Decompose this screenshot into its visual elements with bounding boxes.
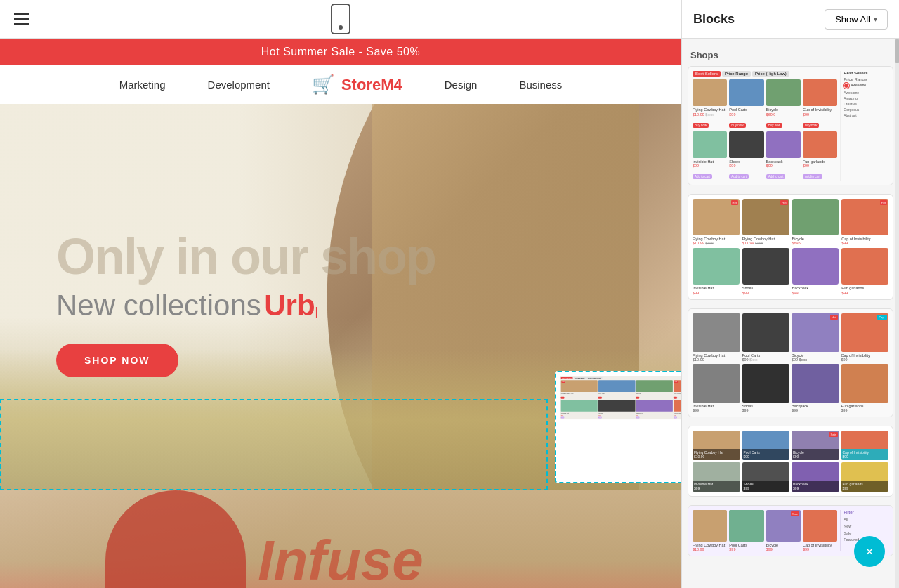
scrollbar-track[interactable] [895,39,899,588]
main-area: Hot Summer Sale - Save 50% Marketing Dev… [0,0,681,588]
announcement-bar: Hot Summer Sale - Save 50% [0,39,681,65]
nav-logo[interactable]: 🛒 StoreM4 [312,74,402,96]
hero-content: Only in our shop New collections Urb| SH… [0,217,435,377]
right-panel: Blocks Show All ▾ Shops Best Sellers Pri… [681,0,899,588]
show-all-button[interactable]: Show All ▾ [825,9,888,30]
hamburger-menu[interactable] [14,13,29,25]
hero-cursor: | [315,306,318,318]
dashed-selection [0,399,548,490]
toolbar [0,0,681,39]
section-shops-label: Shops [690,50,891,60]
site-nav: Marketing Development 🛒 StoreM4 Design B… [0,65,681,104]
block-card-1[interactable]: Best Sellers Price Range Price (High-Low… [688,66,893,185]
hero-subtitle-line: New collections Urb| [56,289,435,322]
nav-design[interactable]: Design [445,79,478,91]
nav-marketing[interactable]: Marketing [119,79,166,91]
hero-section: Only in our shop New collections Urb| SH… [0,104,681,490]
close-icon: × [865,544,874,560]
hero-title: Only in our shop [56,231,435,282]
hero-subtitle: New collections [56,289,261,322]
hero-highlight: Urb [264,289,315,322]
floating-preview-card: Best Sellers Price Range Price (High-Low… [555,371,681,483]
show-all-label: Show All [835,14,870,25]
shop-now-button[interactable]: SHOP NOW [56,344,178,377]
logo-text: StoreM4 [341,76,402,94]
below-hero-text: Infuse [258,528,424,588]
block-card-3[interactable]: Flying Cowboy Hat $10.99 Pool Carts $99 … [688,308,893,417]
scrollbar-thumb [895,39,899,63]
block-card-4[interactable]: Flying Cowboy Hat$10.99 Pool Carts$99 Sa… [688,426,893,497]
panel-scroll-area[interactable]: Shops Best Sellers Price Range Price (Hi… [682,39,899,588]
panel-header: Blocks Show All ▾ [682,0,899,39]
phone-preview-icon[interactable] [331,4,350,34]
nav-development[interactable]: Development [208,79,270,91]
announcement-text: Hot Summer Sale - Save 50% [261,46,420,58]
panel-title: Blocks [693,12,735,27]
below-hero: Infuse [0,490,681,588]
block-card-2[interactable]: Hot Flying Cowboy Hat $10.99 $xxx Hot Fl… [688,194,893,300]
close-button[interactable]: × [854,536,885,567]
show-all-arrow: ▾ [874,15,877,23]
cart-icon: 🛒 [312,74,334,96]
site-content: Hot Summer Sale - Save 50% Marketing Dev… [0,39,681,588]
nav-business[interactable]: Business [519,79,562,91]
